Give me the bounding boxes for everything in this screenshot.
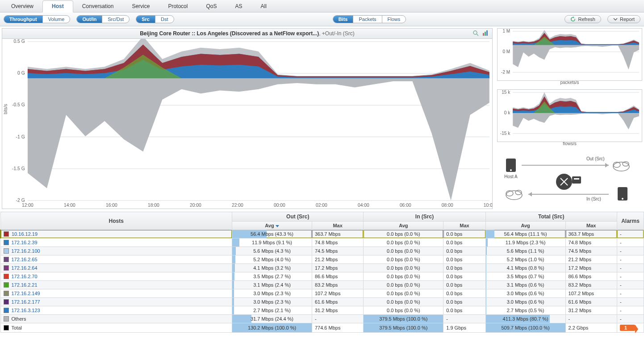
th-total-avg[interactable]: Avg: [485, 221, 565, 230]
svg-rect-4: [486, 30, 488, 36]
table-row[interactable]: 172.16.2.644.1 Mbps (3.2 %)17.2 Mbps0.0 …: [0, 264, 644, 272]
svg-point-60: [622, 198, 623, 200]
th-out[interactable]: Out (Src): [232, 212, 364, 221]
svg-text:06:00: 06:00: [400, 203, 411, 208]
svg-text:08:00: 08:00: [442, 203, 453, 208]
host-link[interactable]: 172.16.2.100: [12, 248, 40, 254]
tab-overview[interactable]: Overview: [2, 0, 43, 12]
th-alarms[interactable]: Alarms: [617, 212, 644, 230]
table-row[interactable]: 172.16.2.1493.0 Mbps (2.3 %)107.2 Mbps0.…: [0, 289, 644, 298]
table-row[interactable]: 172.16.3.1232.7 Mbps (2.1 %)31.2 Mbps0.0…: [0, 306, 644, 315]
pill-mode-throughput[interactable]: Throughput: [4, 16, 43, 23]
svg-text:0 k: 0 k: [504, 110, 510, 115]
pill-unit-flows[interactable]: Flows: [382, 16, 406, 23]
table-row[interactable]: 172.16.2.655.2 Mbps (4.0 %)21.2 Mbps0.0 …: [0, 255, 644, 264]
host-link[interactable]: 172.16.2.177: [12, 299, 40, 305]
chart-subtitle: , +Out/-In (Src): [319, 30, 355, 37]
tab-service[interactable]: Service: [122, 0, 159, 12]
color-swatch: [4, 240, 9, 245]
main-chart[interactable]: Beijing Core Router :: Los Angeles (Disc…: [2, 28, 493, 209]
pill-unit-packets[interactable]: Packets: [353, 16, 382, 23]
svg-text:-2 G: -2 G: [16, 198, 25, 203]
svg-text:1 M: 1 M: [502, 29, 510, 33]
th-total[interactable]: Total (Src): [485, 212, 617, 221]
svg-text:00:00: 00:00: [274, 203, 285, 208]
svg-rect-3: [485, 32, 486, 36]
th-in-avg[interactable]: Avg: [364, 221, 443, 230]
chart-title: Beijing Core Router :: Los Angeles (Disc…: [140, 30, 319, 37]
mini-chart-flows[interactable]: 15 k0 k-15 k: [497, 89, 642, 142]
svg-text:20:00: 20:00: [190, 203, 201, 208]
svg-text:-1 G: -1 G: [16, 134, 25, 139]
host-link[interactable]: 172.16.2.64: [12, 265, 38, 271]
host-link[interactable]: 172.16.2.70: [12, 274, 38, 279]
diagram-host-a: Host A: [504, 174, 518, 179]
refresh-button[interactable]: Refresh: [565, 15, 601, 23]
host-link[interactable]: 172.16.2.39: [12, 240, 38, 245]
pill-unit-bits[interactable]: Bits: [333, 16, 354, 23]
svg-rect-2: [483, 33, 484, 36]
svg-line-1: [477, 34, 478, 36]
pill-dir-out-in[interactable]: Out/In: [77, 16, 102, 23]
diagram-in-label: In (Src): [586, 196, 601, 201]
report-button[interactable]: Report: [607, 15, 640, 23]
mini-chart-packets-svg: 1 M0 M-2 M: [498, 29, 642, 80]
mini-chart-packets[interactable]: 1 M0 M-2 M: [497, 28, 642, 81]
host-link[interactable]: 172.16.2.65: [12, 257, 38, 262]
table-row[interactable]: 10.16.12.1956.4 Mbps (43.3 %)363.7 Mbps0…: [0, 230, 644, 238]
th-in[interactable]: In (Src): [364, 212, 485, 221]
th-out-max[interactable]: Max: [312, 221, 363, 230]
svg-text:14:00: 14:00: [64, 203, 75, 208]
th-in-max[interactable]: Max: [443, 221, 485, 230]
pill-group-direction: Out/InSrc/Dst: [76, 15, 130, 23]
svg-rect-52: [572, 176, 581, 184]
pill-group-srcdst: SrcDst: [136, 15, 174, 23]
svg-text:-2 M: -2 M: [501, 70, 510, 75]
table-row[interactable]: 172.16.2.703.5 Mbps (2.7 %)86.6 Mbps0.0 …: [0, 272, 644, 281]
pill-mode-volume[interactable]: Volume: [43, 16, 70, 23]
tab-protocol[interactable]: Protocol: [159, 0, 197, 12]
host-link[interactable]: 172.16.2.149: [12, 291, 40, 296]
pill-sd-dst[interactable]: Dst: [155, 16, 174, 23]
tab-as[interactable]: AS: [226, 0, 251, 12]
table-row[interactable]: 172.16.2.1005.6 Mbps (4.3 %)74.5 Mbps0.0…: [0, 247, 644, 255]
bar-chart-icon[interactable]: [482, 30, 489, 36]
main-tabs: OverviewHostConversationServiceProtocolQ…: [0, 0, 644, 13]
chart-side: 1 M0 M-2 M packets/s 15 k0 k-15 k flows/…: [497, 28, 642, 209]
host-link[interactable]: 172.16.2.21: [12, 282, 38, 288]
color-swatch: [4, 274, 9, 279]
color-swatch: [4, 291, 9, 296]
diagram-host-b: Host B: [616, 203, 629, 203]
th-out-avg[interactable]: Avg: [232, 221, 312, 230]
chevron-down-icon: [613, 17, 618, 21]
pill-dir-src-dst[interactable]: Src/Dst: [102, 16, 129, 23]
host-link[interactable]: 172.16.3.123: [12, 308, 40, 313]
tab-host[interactable]: Host: [42, 0, 73, 13]
th-total-max[interactable]: Max: [565, 221, 617, 230]
th-hosts[interactable]: Hosts: [0, 212, 232, 230]
table-row[interactable]: Total130.2 Mbps (100.0 %)774.6 Mbps379.5…: [0, 323, 644, 333]
svg-marker-58: [528, 192, 532, 196]
table-row[interactable]: 172.16.2.213.1 Mbps (2.4 %)83.2 Mbps0.0 …: [0, 281, 644, 289]
table-row[interactable]: 172.16.2.1773.0 Mbps (2.3 %)61.6 Mbps0.0…: [0, 298, 644, 306]
tab-all[interactable]: All: [251, 0, 276, 12]
svg-text:-1.5 G: -1.5 G: [12, 166, 25, 171]
color-swatch: [4, 231, 9, 237]
magnifier-icon[interactable]: [473, 30, 479, 36]
tab-qos[interactable]: QoS: [197, 0, 226, 12]
host-link[interactable]: 10.16.12.19: [12, 231, 38, 237]
svg-text:22:00: 22:00: [232, 203, 243, 208]
tab-conversation[interactable]: Conversation: [73, 0, 123, 12]
svg-point-0: [473, 31, 477, 34]
toolbar: ThroughputVolume Out/InSrc/Dst SrcDst Bi…: [0, 13, 644, 26]
mini-chart-flows-svg: 15 k0 k-15 k: [498, 90, 642, 142]
table-row[interactable]: Others31.7 Mbps (24.4 %)-379.5 Mbps (100…: [0, 315, 644, 323]
pill-sd-src[interactable]: Src: [136, 16, 155, 23]
diagram-out-label: Out (Src): [586, 156, 605, 161]
table-row[interactable]: 172.16.2.3911.9 Mbps (9.1 %)74.8 Mbps0.0…: [0, 238, 644, 247]
svg-text:0 G: 0 G: [17, 71, 25, 75]
alarm-badge[interactable]: 1: [620, 325, 635, 331]
color-swatch: [4, 325, 9, 330]
chart-row: Beijing Core Router :: Los Angeles (Disc…: [0, 26, 644, 209]
color-swatch: [4, 316, 9, 322]
